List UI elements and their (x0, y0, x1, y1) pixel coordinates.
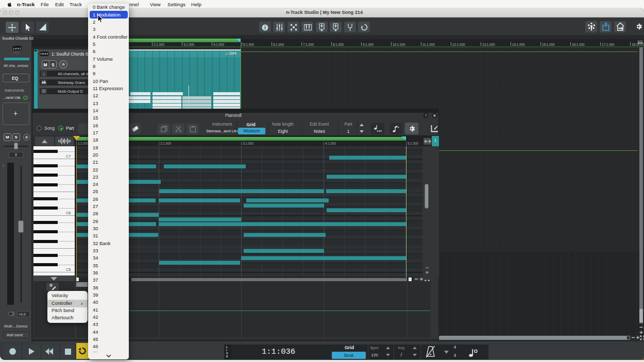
svg-text:?: ? (425, 113, 427, 118)
svg-text:+: + (397, 126, 399, 129)
